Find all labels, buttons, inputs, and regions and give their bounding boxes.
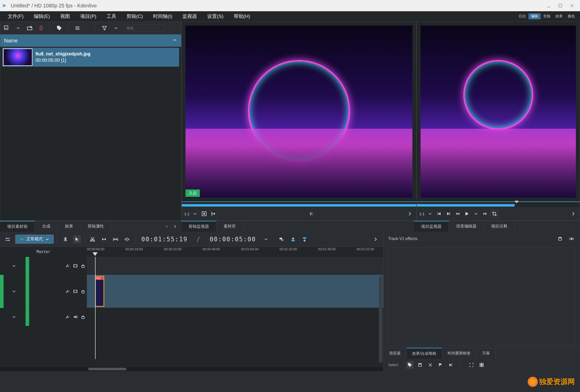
effects-icon[interactable]: [64, 288, 72, 295]
master-label[interactable]: Master: [0, 247, 87, 257]
tab-clip-monitor[interactable]: 剪辑监视器: [181, 221, 216, 232]
menu-clip[interactable]: 剪辑(C): [121, 11, 148, 21]
menu-project[interactable]: 项目(P): [75, 11, 101, 21]
settings-icon[interactable]: [4, 235, 11, 243]
timeline-scrollbar[interactable]: [0, 367, 383, 371]
tag-icon[interactable]: [406, 361, 414, 369]
zoom-label[interactable]: 1:1: [184, 210, 190, 218]
tab-speech-editor[interactable]: 语音编辑器: [449, 221, 484, 232]
chevron-right-icon[interactable]: [406, 210, 414, 218]
overwrite-icon[interactable]: [301, 235, 308, 243]
chevron-down-icon[interactable]: [112, 24, 120, 32]
tab-clip-properties[interactable]: 剪辑属性: [80, 221, 111, 232]
chevron-right-icon[interactable]: [171, 223, 179, 230]
menu-settings[interactable]: 设置(S): [202, 11, 228, 21]
layout-log[interactable]: 日志: [516, 13, 528, 19]
menu-view[interactable]: 视图: [55, 11, 75, 21]
bounds-icon[interactable]: [468, 361, 475, 369]
insert-icon[interactable]: [289, 235, 297, 243]
chevron-down-icon[interactable]: [10, 262, 18, 270]
tab-project-monitor[interactable]: 项目监视器: [414, 221, 449, 232]
playhead-line[interactable]: [95, 257, 96, 359]
track-v2-body[interactable]: [87, 257, 383, 275]
fit-zoom-icon[interactable]: [112, 235, 119, 243]
scroll-thumb[interactable]: [88, 368, 126, 370]
project-monitor-view[interactable]: [417, 22, 580, 201]
options-icon[interactable]: [308, 210, 315, 218]
chevron-down-icon[interactable]: [10, 288, 18, 295]
chevron-right-icon[interactable]: [570, 210, 577, 218]
add-clip-icon[interactable]: [3, 24, 10, 32]
chevron-down-icon[interactable]: [10, 313, 18, 321]
tag-icon[interactable]: [55, 24, 63, 32]
play-icon[interactable]: [463, 210, 471, 218]
minimize-button[interactable]: [543, 2, 554, 10]
video-track-icon[interactable]: [72, 262, 79, 270]
delete-icon[interactable]: [37, 24, 45, 32]
chevron-down-icon[interactable]: [426, 210, 434, 218]
lock-icon[interactable]: [79, 313, 87, 321]
chevron-down-icon[interactable]: [472, 210, 480, 218]
layout-edit[interactable]: 编辑: [528, 13, 541, 19]
video-track-icon[interactable]: [72, 288, 79, 295]
effects-body[interactable]: [388, 248, 575, 346]
filter-icon[interactable]: [101, 24, 108, 32]
tab-time-remap[interactable]: 时间重新映射: [442, 348, 477, 359]
timeline-clip[interactable]: 9u8: [95, 276, 104, 307]
maximize-button[interactable]: [554, 2, 566, 10]
tab-subtitles[interactable]: 字幕: [477, 348, 496, 359]
cut-icon[interactable]: [89, 235, 96, 243]
rewind-icon[interactable]: [454, 210, 461, 218]
lock-icon[interactable]: [79, 288, 87, 295]
chevron-right-icon[interactable]: [372, 235, 379, 243]
track-v1-body[interactable]: 9u8: [87, 275, 383, 308]
go-end-icon[interactable]: [447, 361, 455, 369]
select-tool-icon[interactable]: [73, 235, 81, 243]
timeline-ruler[interactable]: Master 00:00:00:00 00:00:16:00 00:00:32:…: [0, 247, 383, 257]
spacer-icon[interactable]: [100, 235, 108, 243]
timeline-vertical-scrollbar[interactable]: [379, 276, 382, 363]
compositing-icon[interactable]: [62, 235, 69, 243]
menu-file[interactable]: 文件(F): [3, 11, 29, 21]
layout-color[interactable]: 颜色: [565, 13, 577, 19]
chevron-down-icon[interactable]: [191, 210, 199, 218]
tab-project-bin[interactable]: 项目素材箱: [0, 221, 35, 232]
clip-monitor-ruler[interactable]: [182, 201, 416, 207]
clip-monitor-view[interactable]: 入点: [182, 22, 416, 201]
tab-library[interactable]: 素材库: [216, 221, 243, 232]
tab-effect-stack[interactable]: 效果/合成堆栈: [407, 348, 442, 359]
snap-icon[interactable]: [426, 361, 434, 369]
close-button[interactable]: [566, 2, 578, 10]
tab-effects[interactable]: 效果: [58, 221, 80, 232]
timeline-timecode-position[interactable]: 00:01:55:19: [141, 236, 188, 243]
layout-audio[interactable]: 音频: [541, 13, 553, 19]
bin-item[interactable]: 9u8_net_shigjxedpsh.jpg 00:00:05:00 [1]: [2, 48, 179, 67]
visibility-icon[interactable]: [568, 235, 575, 243]
grid-icon[interactable]: [478, 361, 485, 369]
tab-compositions[interactable]: 合成: [35, 221, 58, 232]
menu-timeline[interactable]: 时间轴(I): [148, 11, 177, 21]
audio-icon[interactable]: [72, 313, 79, 321]
ripple-icon[interactable]: [123, 235, 131, 243]
menu-help[interactable]: 帮助(H): [229, 11, 255, 21]
menu-edit[interactable]: 编辑(E): [29, 11, 55, 21]
menu-tool[interactable]: 工具: [101, 11, 121, 21]
tab-mixer[interactable]: 混音器: [384, 348, 407, 359]
forward-icon[interactable]: [481, 210, 489, 218]
save-icon[interactable]: [416, 361, 424, 369]
go-end-icon[interactable]: [445, 210, 452, 218]
folder-icon[interactable]: [26, 24, 33, 32]
mix-icon[interactable]: [278, 235, 285, 243]
chevron-down-icon[interactable]: [14, 24, 22, 32]
track-a1-body[interactable]: [87, 308, 383, 326]
tab-project-notes[interactable]: 项目注释: [484, 221, 515, 232]
project-monitor-ruler[interactable]: [417, 201, 580, 207]
effects-icon[interactable]: [64, 262, 72, 270]
zoom-label[interactable]: 1:1: [419, 210, 425, 218]
save-icon[interactable]: [556, 235, 564, 243]
playhead-icon[interactable]: [92, 252, 98, 256]
bin-column-header[interactable]: Name: [0, 34, 181, 47]
search-input[interactable]: [124, 25, 165, 32]
chevron-down-icon[interactable]: [262, 235, 270, 243]
edit-mode-dropdown[interactable]: 正常模式: [15, 235, 54, 244]
